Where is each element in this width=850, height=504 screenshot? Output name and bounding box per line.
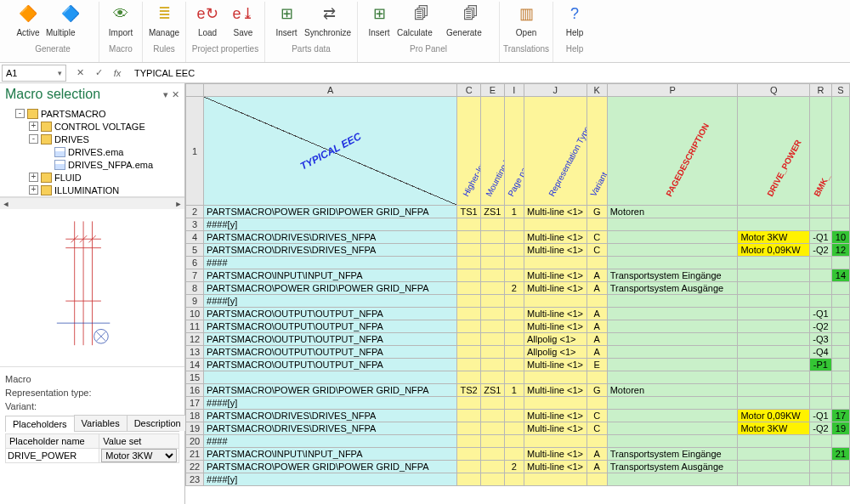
cell[interactable] [480,244,504,257]
cell[interactable] [607,244,738,257]
cell[interactable] [480,371,504,384]
row-header[interactable]: 11 [186,320,204,333]
cell[interactable]: Transportsystem Eingänge [607,448,738,461]
cell[interactable]: Transportsystem Eingänge [607,269,738,282]
tab-description[interactable]: Description [127,415,189,431]
cell[interactable] [607,295,738,308]
cell[interactable] [738,397,810,410]
ph-value-select[interactable]: Motor 3KW [101,449,177,462]
row-header[interactable]: 15 [186,371,204,384]
cell[interactable] [831,461,849,473]
tree-item[interactable]: +FLUID [5,171,183,184]
row-header[interactable]: 8 [186,282,204,295]
cell[interactable] [607,320,738,333]
cell[interactable]: Multi-line <1> [524,231,586,244]
cell[interactable]: PARTSMACRO\POWER GRID\POWER GRID_NFPA [204,206,457,218]
cell[interactable]: ####[y] [204,295,457,308]
cell[interactable] [607,422,738,435]
cell[interactable] [480,218,504,231]
cell[interactable]: #### [204,257,457,269]
ribbon-generate[interactable]: 🗐Generate [446,2,496,44]
cell[interactable] [607,346,738,359]
cell[interactable]: Multi-line <1> [524,384,586,397]
cell[interactable]: PARTSMACRO\OUTPUT\OUTPUT_NFPA [204,308,457,320]
cell[interactable] [831,371,849,384]
cell[interactable] [457,269,481,282]
tree-toggle-icon[interactable]: - [15,109,25,118]
cell[interactable] [738,448,810,461]
tab-variables[interactable]: Variables [74,415,128,431]
ribbon-help[interactable]: ?Help [557,2,592,44]
row-header[interactable]: 17 [186,397,204,410]
cell[interactable] [738,308,810,320]
cell[interactable] [524,218,586,231]
cell[interactable] [457,282,481,295]
ribbon-multiple[interactable]: 🔷Multiple [46,2,95,44]
scroll-left-icon[interactable]: ◄ [0,200,12,208]
cell[interactable] [457,231,481,244]
row-header[interactable]: 10 [186,308,204,320]
col-header[interactable]: Q [738,84,810,97]
cell[interactable] [831,359,849,371]
cell[interactable] [480,359,504,371]
cell[interactable]: PARTSMACRO\POWER GRID\POWER GRID_NFPA [204,384,457,397]
row-header[interactable]: 22 [186,461,204,473]
col-header[interactable]: C [457,84,481,97]
cell[interactable]: E [586,359,607,371]
cell[interactable] [831,435,849,448]
cell[interactable]: A [586,320,607,333]
cell[interactable] [831,384,849,397]
cell[interactable] [607,397,738,410]
name-box[interactable]: A1 ▾ [2,65,66,82]
row-header[interactable]: 1 [186,97,204,206]
cell[interactable] [586,257,607,269]
cell[interactable] [457,308,481,320]
cell[interactable] [504,371,524,384]
row-header[interactable]: 18 [186,410,204,422]
cell[interactable]: Multi-line <1> [524,206,586,218]
cell[interactable] [607,333,738,346]
cell[interactable]: 10 [831,231,849,244]
cell[interactable]: G [586,384,607,397]
ribbon-save[interactable]: e⤓Save [225,2,261,44]
tree-hscroll[interactable]: ◄ ► [0,197,184,209]
cell[interactable] [480,320,504,333]
cell[interactable] [480,257,504,269]
cell[interactable] [480,308,504,320]
cell[interactable] [738,371,810,384]
cell[interactable]: #### [204,435,457,448]
cell[interactable] [480,448,504,461]
cell[interactable]: A [586,448,607,461]
cell[interactable] [738,269,810,282]
cell[interactable]: Allpolig <1> [524,333,586,346]
cell[interactable]: A [586,346,607,359]
cell[interactable] [457,359,481,371]
cell[interactable]: 21 [831,448,849,461]
cell[interactable] [831,295,849,308]
cell[interactable] [504,397,524,410]
cell[interactable]: TS2 [457,384,481,397]
ribbon-open[interactable]: ▥Open [508,2,544,44]
cell[interactable]: PARTSMACRO\OUTPUT\OUTPUT_NFPA [204,320,457,333]
row-header[interactable]: 5 [186,244,204,257]
row-header[interactable]: 12 [186,333,204,346]
cell[interactable]: Multi-line <1> [524,320,586,333]
tree-toggle-icon[interactable]: - [29,134,38,144]
cell[interactable] [738,461,810,473]
cell[interactable]: Motoren [607,206,738,218]
cell[interactable] [457,320,481,333]
cell[interactable]: 14 [831,269,849,282]
cell[interactable] [607,218,738,231]
cell[interactable]: ####[y] [204,218,457,231]
cell[interactable] [738,333,810,346]
cell[interactable] [831,397,849,410]
row-header[interactable]: 16 [186,384,204,397]
cell[interactable]: C [586,244,607,257]
ribbon-active[interactable]: 🔶Active [10,2,46,44]
cell[interactable] [457,410,481,422]
cell[interactable]: PARTSMACRO\INPUT\INPUT_NFPA [204,269,457,282]
cell[interactable]: A [586,269,607,282]
panel-menu-icon[interactable]: ▾ [163,89,168,100]
ribbon-calculate[interactable]: 🗐Calculate [397,2,446,44]
cell[interactable] [504,257,524,269]
